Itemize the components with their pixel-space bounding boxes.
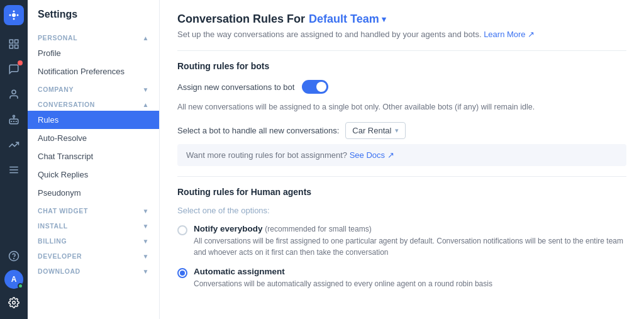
chevron-down-icon-widget: ▼	[143, 208, 150, 215]
section-header-company[interactable]: COMPANY ▼	[28, 81, 159, 96]
avatar[interactable]: A	[4, 270, 23, 289]
sidebar-item-auto-resolve[interactable]: Auto-Resolve	[28, 129, 159, 147]
section-header-download[interactable]: DOWNLOAD ▼	[28, 262, 159, 277]
radio-auto-title: Automatic assignment	[194, 267, 492, 276]
radio-notify-circle[interactable]	[177, 225, 187, 235]
contacts-icon[interactable]	[3, 83, 25, 106]
sidebar-item-rules[interactable]: Rules	[28, 111, 159, 129]
sidebar-item-quick-replies[interactable]: Quick Replies	[28, 165, 159, 184]
home-icon[interactable]	[3, 33, 25, 55]
chevron-down-icon-developer: ▼	[143, 253, 150, 260]
chat-icon[interactable]	[3, 58, 25, 81]
bot-icon[interactable]	[3, 108, 25, 131]
team-name: Default Team	[309, 13, 379, 26]
chevron-down-icon-download: ▼	[143, 268, 150, 275]
radio-option-notify[interactable]: Notify everybody (recommended for small …	[177, 224, 626, 258]
page-subtitle: Set up the way conversations are assigne…	[177, 30, 626, 39]
bot-dropdown[interactable]: Car Rental ▾	[345, 122, 406, 139]
svg-point-11	[13, 115, 15, 117]
human-section-title: Routing rules for Human agents	[177, 187, 626, 197]
sidebar-item-notification-preferences[interactable]: Notification Preferences	[28, 62, 159, 81]
see-docs-link[interactable]: See Docs ↗	[350, 150, 394, 160]
section-header-developer[interactable]: DEVELOPER ▼	[28, 247, 159, 262]
svg-point-1	[13, 11, 15, 13]
learn-more-link[interactable]: Learn More ↗	[484, 30, 535, 39]
section-header-chat-widget[interactable]: CHAT WIDGET ▼	[28, 202, 159, 217]
chevron-down-icon-billing: ▼	[143, 238, 150, 245]
icon-bar: A	[0, 0, 28, 319]
svg-point-9	[12, 90, 16, 94]
toggle-row: Assign new conversations to bot	[177, 80, 626, 94]
radio-auto-circle[interactable]	[177, 268, 187, 278]
info-box: Want more routing rules for bot assignme…	[177, 144, 626, 166]
section-header-personal[interactable]: PERSONAL ▲	[28, 29, 159, 44]
human-routing-section: Routing rules for Human agents Select on…	[177, 187, 626, 289]
chevron-down-icon-install: ▼	[143, 223, 150, 230]
svg-rect-7	[9, 45, 13, 48]
team-selector[interactable]: Default Team ▾	[309, 13, 386, 26]
docs-icon[interactable]	[3, 159, 25, 181]
settings-icon[interactable]	[3, 291, 25, 314]
bot-description: All new conversations will be assigned t…	[177, 101, 626, 113]
radio-notify-desc: All conversations will be first assigned…	[194, 235, 626, 258]
bot-select-row: Select a bot to handle all new conversat…	[177, 122, 626, 139]
svg-rect-8	[15, 45, 18, 48]
radio-option-auto[interactable]: Automatic assignment Conversations will …	[177, 267, 626, 289]
radio-notify-tag: (recommended for small teams)	[265, 225, 371, 233]
section-header-install[interactable]: INSTALL ▼	[28, 217, 159, 232]
chevron-up-icon: ▲	[143, 35, 150, 42]
sidebar: Settings PERSONAL ▲ Profile Notification…	[28, 0, 160, 319]
svg-rect-5	[9, 40, 13, 43]
toggle-label: Assign new conversations to bot	[177, 82, 294, 92]
svg-point-0	[12, 13, 16, 17]
selected-bot-value: Car Rental	[352, 126, 391, 135]
radio-notify-title: Notify everybody (recommended for small …	[194, 224, 626, 233]
routing-subtitle: Select one of the options:	[177, 206, 626, 215]
sidebar-item-pseudonym[interactable]: Pseudonym	[28, 184, 159, 202]
section-header-billing[interactable]: BILLING ▼	[28, 232, 159, 247]
select-label: Select a bot to handle all new conversat…	[177, 126, 339, 135]
svg-rect-6	[15, 40, 18, 43]
app-logo[interactable]	[4, 5, 24, 25]
section-divider-top	[177, 50, 626, 51]
bot-section-title: Routing rules for bots	[177, 61, 626, 71]
section-header-conversation[interactable]: CONVERSATION ▲	[28, 96, 159, 111]
page-title: Conversation Rules For	[177, 13, 305, 26]
reports-icon[interactable]	[3, 133, 25, 156]
svg-point-2	[13, 18, 15, 20]
team-chevron-icon: ▾	[382, 14, 386, 24]
sidebar-item-chat-transcript[interactable]: Chat Transcript	[28, 147, 159, 165]
sidebar-item-profile[interactable]: Profile	[28, 44, 159, 62]
help-icon[interactable]	[3, 245, 25, 267]
page-header: Conversation Rules For Default Team ▾	[177, 13, 626, 26]
assign-bot-toggle[interactable]	[302, 80, 328, 94]
chevron-down-icon: ▼	[143, 86, 150, 93]
dropdown-chevron-icon: ▾	[395, 126, 399, 135]
svg-point-4	[17, 14, 19, 16]
svg-point-3	[9, 14, 11, 16]
svg-point-21	[13, 301, 16, 305]
online-indicator	[18, 283, 23, 289]
radio-auto-desc: Conversations will be automatically assi…	[194, 278, 492, 289]
chevron-up-icon-conv: ▲	[143, 101, 150, 108]
bot-routing-section: Routing rules for bots Assign new conver…	[177, 61, 626, 166]
sidebar-title: Settings	[28, 9, 159, 29]
section-divider-mid	[177, 176, 626, 177]
main-content: Conversation Rules For Default Team ▾ Se…	[160, 0, 644, 319]
